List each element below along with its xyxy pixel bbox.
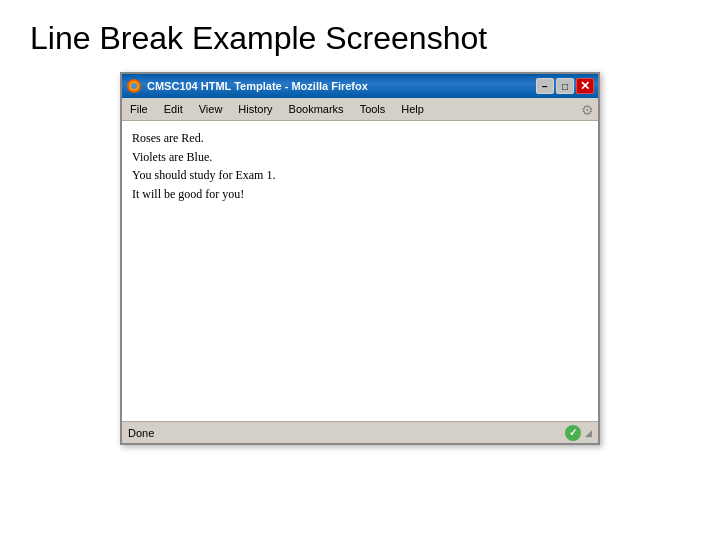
title-bar: CMSC104 HTML Template - Mozilla Firefox … [122, 74, 598, 98]
close-button[interactable]: ✕ [576, 78, 594, 94]
menu-item-view[interactable]: View [195, 102, 227, 116]
browser-window: CMSC104 HTML Template - Mozilla Firefox … [120, 72, 600, 445]
content-line-1: Roses are Red. [132, 129, 588, 148]
title-bar-buttons: − □ ✕ [536, 78, 594, 94]
browser-wrapper: CMSC104 HTML Template - Mozilla Firefox … [0, 72, 720, 445]
title-bar-left: CMSC104 HTML Template - Mozilla Firefox [126, 78, 368, 94]
minimize-button[interactable]: − [536, 78, 554, 94]
firefox-icon [126, 78, 142, 94]
content-text: Roses are Red. Violets are Blue. You sho… [132, 129, 588, 203]
content-area: Roses are Red. Violets are Blue. You sho… [122, 121, 598, 421]
content-line-2: Violets are Blue. [132, 148, 588, 167]
status-ok-icon: ✓ [565, 425, 581, 441]
resize-grip-icon: ◢ [585, 428, 592, 438]
status-right: ✓ ◢ [565, 425, 592, 441]
menu-item-history[interactable]: History [234, 102, 276, 116]
status-text: Done [128, 427, 154, 439]
menu-item-bookmarks[interactable]: Bookmarks [285, 102, 348, 116]
content-line-3: You should study for Exam 1. [132, 166, 588, 185]
svg-point-2 [131, 83, 137, 89]
menu-bar: File Edit View History Bookmarks Tools H… [122, 98, 598, 121]
page-title: Line Break Example Screenshot [0, 0, 720, 72]
content-line-4: It will be good for you! [132, 185, 588, 204]
maximize-button[interactable]: □ [556, 78, 574, 94]
menu-item-tools[interactable]: Tools [356, 102, 390, 116]
menu-item-edit[interactable]: Edit [160, 102, 187, 116]
status-bar: Done ✓ ◢ [122, 421, 598, 443]
title-bar-text: CMSC104 HTML Template - Mozilla Firefox [147, 80, 368, 92]
gear-icon: ⚙ [581, 102, 594, 118]
menu-item-help[interactable]: Help [397, 102, 428, 116]
menu-item-file[interactable]: File [126, 102, 152, 116]
page-container: Line Break Example Screenshot CMSC104 HT… [0, 0, 720, 445]
